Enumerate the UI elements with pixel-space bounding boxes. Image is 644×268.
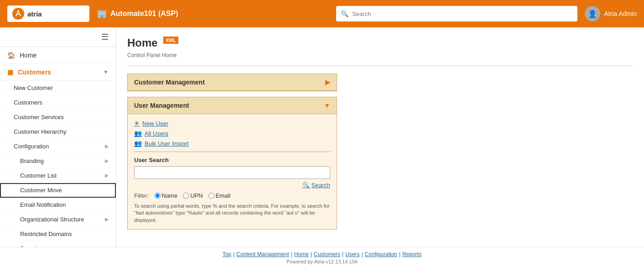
footer-links: Top | Content Management | Home | Custom… <box>4 251 640 257</box>
sidebar-item-label: Configuration <box>14 143 49 150</box>
user-search-title: User Search <box>134 157 330 163</box>
main-layout: ☰ 🏠 Home ▦ Customers ▼ New Customer Cust… <box>0 27 644 247</box>
sidebar-home-label: Home <box>20 52 36 59</box>
sidebar-item-label: Email Notification <box>20 201 66 208</box>
header-title: 🏢 Automate101 (ASP) <box>97 9 329 19</box>
bulk-import-icon: 👥 <box>134 140 142 147</box>
sidebar-item-customer-list[interactable]: Customer List ▶ <box>0 168 116 183</box>
sidebar-item-customer-services[interactable]: Customer Services <box>0 110 116 125</box>
sidebar-item-email-notification[interactable]: Email Notification <box>0 198 116 212</box>
sidebar-item-new-customer[interactable]: New Customer <box>0 81 116 95</box>
bulk-import-label: Bulk User Import <box>145 140 189 147</box>
user-name: Atria Admin <box>604 10 637 17</box>
user-management-body: ✳ New User 👥 All Users 👥 Bulk User Impor… <box>128 114 337 229</box>
chevron-right-icon: ▶ <box>105 143 109 149</box>
page-subtitle: Control Panel Home <box>127 52 633 58</box>
divider <box>127 66 633 66</box>
sidebar-item-home[interactable]: 🏠 Home <box>0 47 116 64</box>
chevron-right-icon: ▶ <box>105 216 109 222</box>
customer-management-title: Customer Management <box>134 79 205 86</box>
sidebar-item-label: Restricted Domains <box>20 231 72 237</box>
xml-badge[interactable]: XML <box>163 37 178 44</box>
search-icon: 🔍 <box>302 182 310 189</box>
footer: Top | Content Management | Home | Custom… <box>0 247 644 268</box>
page-title: Home <box>127 37 158 49</box>
sidebar-item-label: Customers <box>14 99 42 106</box>
play-icon: ▶ <box>325 79 330 86</box>
sidebar-item-customers[interactable]: Customers <box>0 95 116 110</box>
sidebar-item-configuration[interactable]: Configuration ▶ <box>0 139 116 154</box>
filter-upn-option[interactable]: UPN <box>183 192 203 199</box>
sidebar-item-customer-hierarchy[interactable]: Customer Hierarchy <box>0 125 116 139</box>
search-icon: 🔍 <box>341 10 348 17</box>
sidebar-item-restricted-domains[interactable]: Restricted Domains <box>0 227 116 242</box>
search-button[interactable]: 🔍 Search <box>302 182 330 189</box>
sidebar-item-label: New Customer <box>14 84 53 91</box>
search-input[interactable] <box>352 11 573 17</box>
sidebar-item-label: Customer Move <box>20 187 62 194</box>
sidebar-item-organizational-structure[interactable]: Organizational Structure ▶ <box>0 212 116 227</box>
chevron-down-icon: ▼ <box>324 102 330 109</box>
sidebar-customers-label: Customers <box>18 68 51 76</box>
customers-icon: ▦ <box>7 68 13 76</box>
user-search-input[interactable] <box>134 166 330 179</box>
sidebar: ☰ 🏠 Home ▦ Customers ▼ New Customer Cust… <box>0 27 116 247</box>
filter-upn-label: UPN <box>190 192 203 199</box>
home-icon: 🏠 <box>7 52 15 59</box>
chevron-down-icon: ▼ <box>103 69 109 75</box>
filter-row: Filter: Name UPN Email <box>134 192 330 199</box>
user-management-card: User Management ▼ ✳ New User 👥 All Users… <box>127 97 337 230</box>
sidebar-item-label: Customer Hierarchy <box>14 128 67 135</box>
sidebar-item-label: Customer List <box>20 172 57 179</box>
sidebar-item-customer-move[interactable]: Customer Move <box>0 183 116 198</box>
user-area[interactable]: 👤 Atria Admin <box>585 6 637 21</box>
sidebar-section-customers[interactable]: ▦ Customers ▼ <box>0 64 116 81</box>
sidebar-item-label: Customer Services <box>14 114 64 121</box>
building-icon: 🏢 <box>97 9 107 19</box>
footer-link-home[interactable]: Home <box>294 251 309 257</box>
new-user-label: New User <box>142 120 168 127</box>
bulk-user-import-link[interactable]: 👥 Bulk User Import <box>134 140 330 147</box>
footer-powered-text: Powered by Atria v12.13.14.104 <box>4 259 640 264</box>
logo-area[interactable]: atria <box>7 5 89 22</box>
chevron-right-icon: ▶ <box>105 173 109 179</box>
footer-link-reports[interactable]: Reports <box>402 251 421 257</box>
sidebar-item-branding[interactable]: Branding ▶ <box>0 154 116 168</box>
filter-label: Filter: <box>134 192 149 199</box>
hamburger-button[interactable]: ☰ <box>101 32 109 42</box>
filter-name-radio[interactable] <box>155 193 161 199</box>
footer-link-customers[interactable]: Customers <box>314 251 340 257</box>
customer-management-card: Customer Management ▶ <box>127 74 337 91</box>
card-divider <box>134 152 330 152</box>
search-btn-row: 🔍 Search <box>134 182 330 189</box>
filter-upn-radio[interactable] <box>183 193 189 199</box>
top-header: atria 🏢 Automate101 (ASP) 🔍 👤 Atria Admi… <box>0 0 644 27</box>
filter-email-radio[interactable] <box>208 193 214 199</box>
sidebar-item-security[interactable]: Security ▶ <box>0 242 116 247</box>
sidebar-top-bar: ☰ <box>0 27 116 47</box>
atria-logo-icon <box>12 7 25 20</box>
all-users-icon: 👥 <box>134 130 142 137</box>
filter-email-option[interactable]: Email <box>208 192 231 199</box>
sidebar-item-label: Organizational Structure <box>20 216 84 223</box>
filter-email-label: Email <box>216 192 231 199</box>
logo-text: atria <box>27 10 42 18</box>
new-user-link[interactable]: ✳ New User <box>134 120 330 127</box>
footer-link-content-management[interactable]: Content Management <box>236 251 289 257</box>
all-users-link[interactable]: 👥 All Users <box>134 130 330 137</box>
customer-management-header[interactable]: Customer Management ▶ <box>128 74 337 91</box>
user-management-header[interactable]: User Management ▼ <box>128 97 337 114</box>
footer-link-configuration[interactable]: Configuration <box>365 251 397 257</box>
all-users-label: All Users <box>145 130 168 137</box>
chevron-right-icon: ▶ <box>105 158 109 164</box>
user-management-title: User Management <box>134 102 189 109</box>
filter-name-option[interactable]: Name <box>155 192 178 199</box>
sidebar-item-label: Branding <box>20 158 44 164</box>
content-area: Home XML Control Panel Home Customer Man… <box>116 27 644 247</box>
footer-link-users[interactable]: Users <box>345 251 359 257</box>
footer-link-top[interactable]: Top <box>223 251 231 257</box>
global-search-bar: 🔍 <box>336 6 577 21</box>
filter-name-label: Name <box>162 192 178 199</box>
new-user-icon: ✳ <box>134 120 140 127</box>
search-hint-text: To search using partial words, type % an… <box>134 203 330 224</box>
